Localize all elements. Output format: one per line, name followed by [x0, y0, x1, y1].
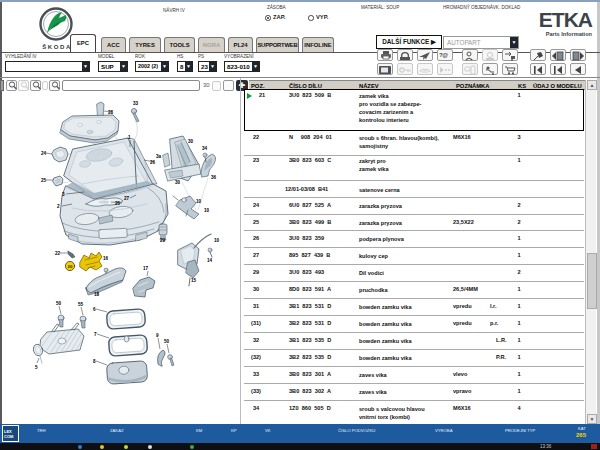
svg-text:25: 25	[41, 178, 47, 183]
svg-text:20: 20	[68, 264, 73, 269]
svg-text:25: 25	[115, 201, 121, 206]
svg-text:1: 1	[128, 135, 131, 140]
svg-text:5: 5	[35, 365, 38, 370]
svg-text:50: 50	[56, 301, 62, 306]
svg-text:26: 26	[150, 160, 156, 165]
svg-text:8: 8	[93, 359, 96, 364]
svg-text:50: 50	[164, 339, 170, 344]
svg-text:36: 36	[211, 175, 217, 180]
svg-text:30: 30	[188, 139, 194, 144]
svg-text:14: 14	[207, 258, 213, 263]
svg-text:55: 55	[78, 302, 84, 307]
svg-text:34: 34	[202, 146, 208, 151]
svg-text:22: 22	[55, 251, 61, 256]
svg-text:27: 27	[124, 196, 130, 201]
svg-text:3: 3	[62, 192, 65, 197]
svg-text:..: ..	[472, 56, 474, 61]
svg-text:10: 10	[214, 238, 220, 243]
svg-text:30: 30	[175, 180, 181, 185]
svg-text:10: 10	[204, 208, 210, 213]
svg-text:33: 33	[133, 101, 139, 106]
svg-text:2: 2	[57, 204, 60, 209]
svg-text:7: 7	[94, 332, 97, 337]
svg-text:24: 24	[41, 151, 47, 156]
svg-text:3a: 3a	[156, 154, 162, 159]
svg-text:29: 29	[160, 238, 166, 243]
svg-text:17: 17	[143, 266, 149, 271]
svg-text:6: 6	[93, 307, 96, 312]
svg-text:16: 16	[103, 256, 109, 261]
svg-text:9: 9	[156, 333, 159, 338]
svg-text:18: 18	[94, 292, 100, 297]
svg-text:15: 15	[191, 278, 197, 283]
svg-text:28: 28	[108, 110, 114, 115]
svg-text:10: 10	[196, 199, 202, 204]
